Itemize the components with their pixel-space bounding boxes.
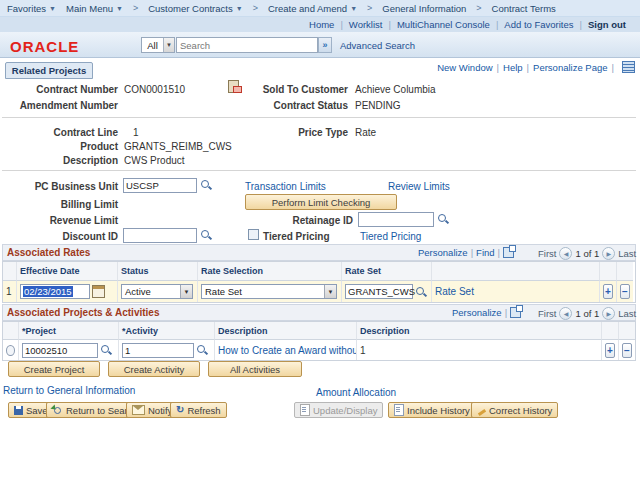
brand-bar: ORACLE All ▼ » Advanced Search <box>0 32 640 58</box>
effective-date-field[interactable]: 02/23/2015 <box>20 284 90 299</box>
caret-down-icon: ▼ <box>236 5 243 12</box>
new-window-link[interactable]: New Window <box>437 62 492 73</box>
associated-projects-grid: *Project *Activity Description Descripti… <box>2 321 636 361</box>
correct-history-button[interactable]: Correct History <box>471 402 558 418</box>
personalize-link[interactable]: Personalize <box>418 247 468 258</box>
transaction-limits-link[interactable]: Transaction Limits <box>245 181 326 192</box>
all-activities-button[interactable]: All Activities <box>208 361 302 377</box>
advanced-search-link[interactable]: Advanced Search <box>340 40 415 51</box>
breadcrumb-favorites[interactable]: Favorites▼ <box>7 3 56 14</box>
col-effective-date: Effective Date <box>17 262 118 281</box>
help-link[interactable]: Help <box>503 62 523 73</box>
rate-set-cell: GRANTS_CWS <box>342 281 432 302</box>
breadcrumb-contract-terms[interactable]: Contract Terms <box>492 3 556 14</box>
previous-row-icon[interactable]: ◀ <box>559 307 572 320</box>
rate-selection-select[interactable]: Rate Set▼ <box>201 284 337 299</box>
page-utility-links: New Window | Help | Personalize Page | <box>437 61 635 73</box>
update-display-label: Update/Display <box>313 405 377 416</box>
project-field[interactable]: 10002510 <box>22 343 98 358</box>
add-to-favorites-link[interactable]: Add to Favorites <box>504 19 573 30</box>
sign-out-link[interactable]: Sign out <box>588 19 626 30</box>
search-scope-value: All <box>142 40 163 51</box>
add-row-button[interactable]: + <box>603 284 613 299</box>
create-project-button[interactable]: Create Project <box>8 361 100 377</box>
peoplesoft-page: Favorites▼ Main Menu▼ > Customer Contrac… <box>0 0 640 480</box>
add-row-button[interactable]: + <box>605 343 615 358</box>
rate-set-link[interactable]: Rate Set <box>435 286 474 297</box>
update-display-icon <box>300 404 310 416</box>
billing-limit-label: Billing Limit <box>0 199 118 210</box>
lookup-icon[interactable] <box>200 179 212 191</box>
search-go-button[interactable]: » <box>318 37 332 53</box>
grid-icon[interactable] <box>622 61 635 73</box>
project-description-link[interactable]: How to Create an Award without <box>218 345 357 356</box>
delete-row-button[interactable]: − <box>620 284 630 299</box>
add-row-cell: + <box>600 281 617 302</box>
activity-field[interactable]: 1 <box>122 343 194 358</box>
delete-row-button[interactable]: − <box>622 343 632 358</box>
lookup-icon[interactable] <box>415 286 427 298</box>
oracle-logo: ORACLE <box>10 38 79 55</box>
search-scope-select[interactable]: All ▼ <box>141 37 175 53</box>
breadcrumb-customer-contracts[interactable]: Customer Contracts▼ <box>148 3 242 14</box>
add-row-cell: + <box>602 340 619 360</box>
status-value: Active <box>122 286 180 297</box>
calendar-icon[interactable] <box>92 285 105 298</box>
col-rate-selection: Rate Selection <box>198 262 342 281</box>
projects-controls: Personalize | <box>452 307 521 318</box>
row-number-header <box>3 262 17 281</box>
home-link[interactable]: Home <box>309 19 334 30</box>
discount-id-field[interactable] <box>123 228 197 243</box>
include-history-button[interactable]: Include History <box>388 402 476 418</box>
last-label: Last <box>618 248 636 259</box>
status-select[interactable]: Active▼ <box>121 284 193 299</box>
discount-id-label: Discount ID <box>0 231 118 242</box>
breadcrumb-general-information[interactable]: General Information <box>382 3 466 14</box>
find-link[interactable]: Find <box>476 247 494 258</box>
envelope-icon <box>132 405 145 415</box>
tab-related-projects[interactable]: Related Projects <box>5 62 93 79</box>
view-all-popout-icon[interactable] <box>510 307 521 318</box>
next-row-icon[interactable]: ▶ <box>602 247 615 260</box>
pc-business-unit-label: PC Business Unit <box>0 181 118 192</box>
personalize-page-link[interactable]: Personalize Page <box>533 62 607 73</box>
retainage-id-field[interactable] <box>358 212 434 227</box>
col-rate-set: Rate Set <box>342 262 432 281</box>
delete-row-cell: − <box>619 340 635 360</box>
section-title: Associated Rates <box>3 247 90 258</box>
next-row-icon[interactable]: ▶ <box>602 307 615 320</box>
description-cell: How to Create an Award without <box>215 340 357 360</box>
rate-set-field[interactable]: GRANTS_CWS <box>345 284 413 299</box>
return-to-general-information-link[interactable]: Return to General Information <box>3 385 135 396</box>
review-limits-link[interactable]: Review Limits <box>388 181 450 192</box>
caret-down-icon: ▼ <box>163 38 174 52</box>
lookup-icon[interactable] <box>200 229 212 241</box>
tiered-pricing-link[interactable]: Tiered Pricing <box>360 231 421 242</box>
lookup-icon[interactable] <box>100 344 112 356</box>
personalize-link[interactable]: Personalize <box>452 307 502 318</box>
view-all-popout-icon[interactable] <box>503 247 514 258</box>
col-project: *Project <box>19 322 119 340</box>
refresh-button[interactable]: ↻Refresh <box>170 402 227 418</box>
pc-business-unit-field[interactable]: USCSP <box>123 178 197 193</box>
search-input[interactable] <box>176 37 318 53</box>
divider: | <box>580 19 582 30</box>
associated-rates-grid: Effective Date Status Rate Selection Rat… <box>2 261 636 303</box>
notify-label: Notify <box>148 405 172 416</box>
multichannel-console-link[interactable]: MultiChannel Console <box>397 19 490 30</box>
product-label: Product <box>0 141 118 152</box>
amount-allocation-link[interactable]: Amount Allocation <box>316 387 396 398</box>
previous-row-icon[interactable]: ◀ <box>559 247 572 260</box>
divider: | <box>498 247 500 258</box>
price-type-label: Price Type <box>238 127 348 138</box>
create-activity-button[interactable]: Create Activity <box>108 361 200 377</box>
tiered-pricing-checkbox[interactable] <box>248 229 259 240</box>
perform-limit-checking-button[interactable]: Perform Limit Checking <box>245 194 397 210</box>
breadcrumb-main-menu[interactable]: Main Menu▼ <box>66 3 123 14</box>
breadcrumb-label: Main Menu <box>66 3 113 14</box>
worklist-link[interactable]: Worklist <box>349 19 383 30</box>
lookup-icon[interactable] <box>196 344 208 356</box>
breadcrumb-create-and-amend[interactable]: Create and Amend▼ <box>268 3 357 14</box>
row-radio[interactable] <box>6 345 15 356</box>
lookup-icon[interactable] <box>437 213 449 225</box>
